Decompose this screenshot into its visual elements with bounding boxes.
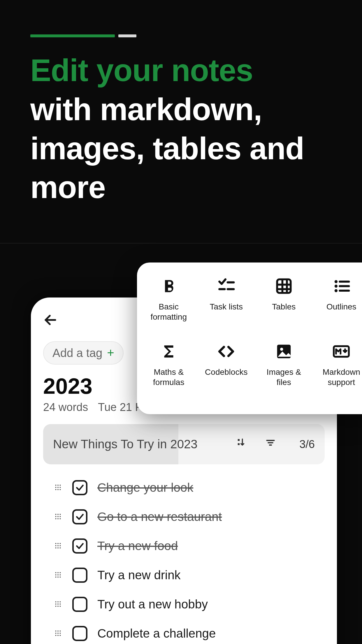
toolbar-item-basic-formatting[interactable]: Basic formatting xyxy=(140,273,198,338)
task-list: Change your look Go to a new restaurant … xyxy=(43,473,325,644)
drag-handle-icon[interactable] xyxy=(54,510,62,524)
toolbar-item-images-files[interactable]: Images & files xyxy=(255,338,313,404)
drag-handle-icon[interactable] xyxy=(54,481,62,495)
task-row: Go to a new restaurant xyxy=(43,502,325,531)
task-row: Change your look xyxy=(43,473,325,502)
outlines-icon xyxy=(332,276,350,296)
task-checkbox[interactable] xyxy=(72,626,87,641)
pager-dot-active xyxy=(30,34,115,37)
task-checkbox[interactable] xyxy=(72,509,87,524)
task-checkbox[interactable] xyxy=(72,597,87,612)
task-text[interactable]: Try out a new hobby xyxy=(97,597,208,611)
task-text[interactable]: Complete a challenge xyxy=(97,626,216,640)
toolbar-item-label: Maths & formulas xyxy=(144,367,194,387)
toolbar-item-task-lists[interactable]: Task lists xyxy=(198,273,255,338)
outline-header[interactable]: New Things To Try in 2023 3/6 xyxy=(43,424,325,464)
drag-handle-icon[interactable] xyxy=(54,597,62,611)
task-checkbox[interactable] xyxy=(72,480,87,495)
drag-handle-icon[interactable] xyxy=(54,568,62,582)
back-icon[interactable] xyxy=(43,313,58,328)
task-text[interactable]: Try a new drink xyxy=(97,568,181,582)
toolbar-item-label: Images & files xyxy=(259,367,309,387)
pager-dot-inactive xyxy=(118,34,136,37)
toolbar-item-tables[interactable]: Tables xyxy=(255,273,313,338)
svg-rect-1 xyxy=(238,439,240,441)
images-files-icon xyxy=(275,341,293,362)
drag-handle-icon[interactable] xyxy=(54,539,62,553)
toolbar-item-label: Basic formatting xyxy=(144,302,194,322)
task-text[interactable]: Change your look xyxy=(97,481,193,495)
task-checkbox[interactable] xyxy=(72,538,87,554)
svg-rect-2 xyxy=(238,443,240,445)
headline-green: Edit your notes xyxy=(30,53,253,88)
task-checkbox[interactable] xyxy=(72,568,87,583)
task-text[interactable]: Go to a new restaurant xyxy=(97,510,222,524)
task-row: Try out a new hobby xyxy=(43,590,325,619)
outline-progress: 3/6 xyxy=(299,438,315,451)
toolbar-item-label: Outlines xyxy=(326,302,356,312)
toolbar-item-maths-formulas[interactable]: Maths & formulas xyxy=(140,338,198,404)
task-row: Complete a challenge xyxy=(43,619,325,644)
word-count: 24 words xyxy=(43,401,88,413)
toolbar-item-label: Markdown support xyxy=(317,367,362,387)
toolbar-item-label: Tables xyxy=(272,302,296,312)
add-tag-label: Add a tag xyxy=(52,346,102,360)
formatting-toolbar-popup: Basic formatting Task lists Tables Outli… xyxy=(137,262,362,414)
section-separator xyxy=(0,243,362,244)
plus-icon: + xyxy=(107,346,114,360)
markdown-support-icon xyxy=(332,341,350,362)
task-lists-icon xyxy=(217,276,235,296)
task-text[interactable]: Try a new food xyxy=(97,539,178,553)
codeblocks-icon xyxy=(217,341,235,362)
drag-handle-icon[interactable] xyxy=(54,626,62,640)
task-row: Try a new food xyxy=(43,531,325,561)
basic-formatting-icon xyxy=(160,276,178,296)
sort-icon[interactable] xyxy=(236,437,247,451)
add-tag-button[interactable]: Add a tag + xyxy=(43,341,124,365)
align-icon[interactable] xyxy=(265,437,276,451)
task-row: Try a new drink xyxy=(43,561,325,590)
toolbar-item-codeblocks[interactable]: Codeblocks xyxy=(198,338,255,404)
outline-header-actions: 3/6 xyxy=(236,437,315,451)
toolbar-item-label: Task lists xyxy=(210,302,243,312)
headline: Edit your notes with markdown, images, t… xyxy=(30,51,345,207)
headline-white: with markdown, images, tables and more xyxy=(30,92,304,205)
toolbar-item-outlines[interactable]: Outlines xyxy=(313,273,362,338)
toolbar-item-markdown-support[interactable]: Markdown support xyxy=(313,338,362,404)
tables-icon xyxy=(275,276,293,296)
outline-title: New Things To Try in 2023 xyxy=(53,437,236,451)
maths-formulas-icon xyxy=(160,341,178,362)
toolbar-item-label: Codeblocks xyxy=(205,367,247,377)
onboarding-pager xyxy=(30,34,136,37)
